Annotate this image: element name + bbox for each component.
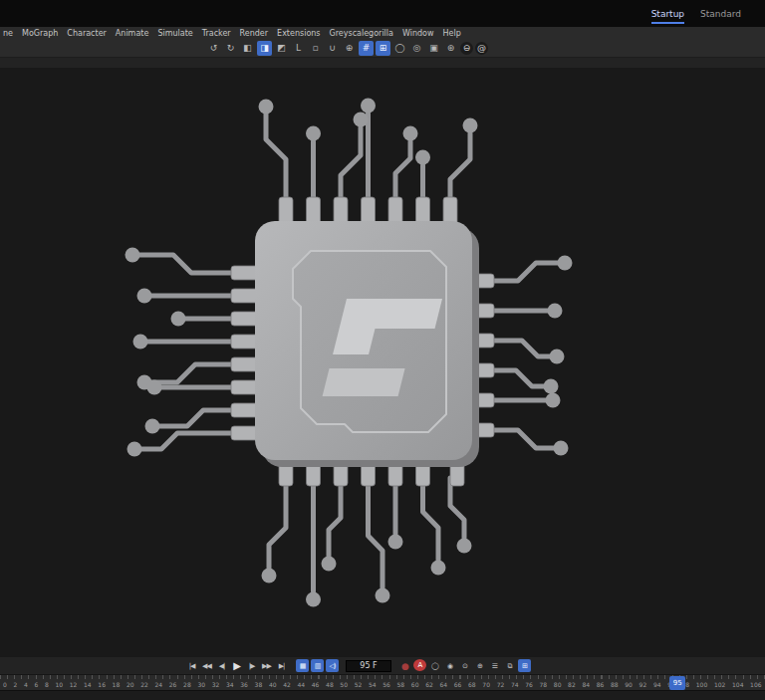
timeline-toggles: ▦▥◁) [296,659,339,672]
transport-buttons: |◀◀◀◀|▶|▶▶▶▶| [185,659,288,672]
ruler-number: 106 [750,682,761,688]
prev-frame-button[interactable]: ◀| [215,659,228,672]
ruler-number: 12 [70,682,78,688]
quantize-icon[interactable]: # [359,41,374,56]
target-mode-icon[interactable]: ◎ [409,41,424,56]
record-position-button[interactable]: ◉ [443,659,456,672]
record-scale-button[interactable]: ⊙ [458,659,471,672]
gorilla-badge-icon[interactable]: @ [475,42,488,55]
ruler-number: 4 [24,682,28,688]
dynamic-guides-icon[interactable]: ⊕ [342,41,357,56]
menu-item-window[interactable]: Window [402,29,434,38]
ruler-number: 0 [3,682,7,688]
menu-item-simulate[interactable]: Simulate [157,29,192,38]
coord-system-icon[interactable]: ▫ [308,41,323,56]
ruler-number: 74 [511,682,519,688]
ruler-number: 64 [439,682,447,688]
ruler-number: 66 [454,682,462,688]
ruler-number: 40 [269,682,277,688]
ruler-number: 62 [425,682,433,688]
camera-icon[interactable]: ▣ [426,41,441,56]
layout-tab-startup[interactable]: Startup [651,9,684,24]
ruler-number: 48 [326,682,334,688]
ruler-number: 44 [297,682,305,688]
menu-item-greyscalegorilla[interactable]: Greyscalegorilla [330,29,393,38]
axis-lock-icon[interactable]: L [291,41,306,56]
ruler-number: 28 [183,682,191,688]
menu-item-mograph[interactable]: MoGraph [22,29,58,38]
ruler-number: 56 [382,682,390,688]
playhead[interactable]: 95 [669,676,685,690]
next-key-button[interactable]: ▶▶ [260,659,273,672]
play-mode-toggle[interactable]: ▦ [296,659,309,672]
ruler-number: 60 [411,682,419,688]
grid-snap-icon[interactable]: ⊞ [376,41,390,56]
viewport-3d[interactable] [0,68,765,657]
menu-item-animate[interactable]: Animate [116,29,149,38]
layout-tab-standard[interactable]: Standard [700,9,741,24]
ruler-number: 30 [197,682,205,688]
ruler-number: 78 [540,682,548,688]
ruler-number: 36 [240,682,248,688]
ruler-number: 22 [140,682,148,688]
ruler-number: 8 [45,682,49,688]
ruler-number: 86 [597,682,605,688]
ruler-number: 20 [127,682,134,688]
ruler-number: 90 [625,682,633,688]
toolbar-lower-strip [0,57,765,68]
ruler-number: 94 [653,682,661,688]
current-frame-field[interactable]: 95 F [346,660,391,672]
keyframe-selection-button[interactable]: ◯ [428,659,441,672]
goto-start-button[interactable]: |◀ [185,659,198,672]
menu-item-help[interactable]: Help [443,29,461,38]
snap-magnet-icon[interactable]: ∪ [325,41,340,56]
ruler-number: 42 [283,682,291,688]
ruler-number: 100 [696,682,707,688]
layout-tabs: StartupStandard [651,9,741,24]
settings-icon[interactable]: ⊛ [443,41,458,56]
menu-item-extensions[interactable]: Extensions [277,29,320,38]
ruler-number: 38 [255,682,263,688]
ruler-number: 10 [55,682,63,688]
solo-button[interactable]: ⊞ [518,659,531,672]
ruler-number: 18 [113,682,121,688]
ruler-number: 58 [397,682,405,688]
record-keyframe-button[interactable]: ● [398,659,411,672]
ruler-number: 92 [639,682,647,688]
workplane-icon[interactable]: ◯ [392,41,407,56]
record-parameter-button[interactable]: ☰ [488,659,501,672]
ruler-number: 34 [226,682,234,688]
key-mode-toggle[interactable]: ▥ [311,659,324,672]
menu-item-render[interactable]: Render [240,29,268,38]
ruler-number: 70 [482,682,490,688]
timeline-scroll-strip[interactable] [0,690,765,700]
timeline-bar: |◀◀◀◀|▶|▶▶▶▶| ▦▥◁) 95 F ●A◯◉⊙⊕☰⧉⊞ [0,657,765,674]
menu-item-tracker[interactable]: Tracker [202,29,231,38]
goto-end-button[interactable]: ▶| [275,659,288,672]
next-frame-button[interactable]: |▶ [245,659,258,672]
record-buttons: ●A◯◉⊙⊕☰⧉⊞ [398,659,531,672]
autokey-button[interactable]: A [413,659,426,671]
minus-badge-icon[interactable]: ⊖ [460,42,473,55]
select-tool-icon[interactable]: ◧ [240,41,255,56]
timeline-ruler[interactable]: 0246810121416182022242628303234363840424… [0,674,765,690]
play-button[interactable]: ▶ [230,659,243,672]
ruler-number: 80 [554,682,562,688]
ruler-numbers: 0246810121416182022242628303234363840424… [0,675,765,690]
scale-tool-icon[interactable]: ◩ [274,41,289,56]
viewport-canvas[interactable] [0,68,765,657]
ruler-number: 76 [525,682,533,688]
menu-item-clipped[interactable]: ne [3,29,13,38]
record-rotation-button[interactable]: ⊕ [473,659,486,672]
move-tool-icon[interactable]: ◨ [257,41,272,56]
ruler-number: 6 [34,682,38,688]
undo-icon[interactable]: ↺ [206,41,221,56]
ruler-number: 32 [212,682,220,688]
prev-key-button[interactable]: ◀◀ [200,659,213,672]
ruler-number: 82 [568,682,576,688]
ruler-number: 84 [582,682,590,688]
record-pla-button[interactable]: ⧉ [503,659,516,672]
sound-toggle-icon[interactable]: ◁) [326,659,339,672]
redo-icon[interactable]: ↻ [223,41,238,56]
menu-item-character[interactable]: Character [67,29,107,38]
